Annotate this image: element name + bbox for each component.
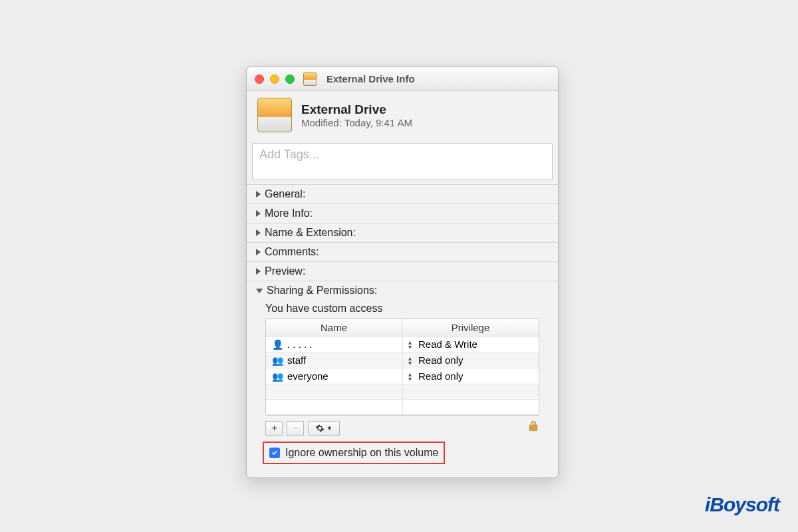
disclosure-right-icon (256, 268, 261, 275)
section-more-info[interactable]: More Info: (247, 203, 558, 223)
disclosure-right-icon (256, 249, 261, 255)
privilege-label: Read only (418, 370, 464, 382)
sharing-panel: You have custom access Name Privilege 👤.… (247, 300, 558, 477)
modified-label: Modified: Today, 9:41 AM (301, 117, 412, 128)
info-header: External Drive Modified: Today, 9:41 AM (247, 91, 558, 142)
section-label: More Info: (265, 207, 313, 219)
person-icon: 👤 (271, 339, 283, 350)
titlebar[interactable]: External Drive Info (247, 67, 558, 91)
section-label: Sharing & Permissions: (267, 285, 377, 297)
privilege-cell[interactable]: ▴▾Read & Write (402, 336, 539, 352)
ignore-ownership-checkbox[interactable] (269, 448, 280, 458)
section-label: Comments: (265, 246, 319, 258)
privilege-cell[interactable]: ▴▾Read only (402, 352, 539, 368)
section-comments[interactable]: Comments: (247, 242, 558, 261)
table-row[interactable]: 👥everyone▴▾Read only (266, 368, 539, 384)
disclosure-right-icon (256, 210, 261, 217)
people-icon: 👥 (271, 355, 283, 366)
window-title: External Drive Info (327, 73, 415, 84)
section-label: Preview: (265, 265, 305, 277)
table-row (266, 384, 539, 400)
stepper-icon: ▴▾ (408, 372, 412, 381)
chevron-down-icon: ▼ (327, 425, 332, 432)
tags-input[interactable]: Add Tags... (252, 143, 553, 180)
disclosure-down-icon (256, 289, 263, 293)
get-info-window: External Drive Info External Drive Modif… (246, 66, 559, 478)
section-preview[interactable]: Preview: (247, 261, 558, 281)
section-sharing-permissions[interactable]: Sharing & Permissions: (247, 281, 558, 300)
people-icon: 👥 (271, 371, 283, 382)
zoom-button[interactable] (285, 74, 295, 84)
privilege-cell[interactable]: ▴▾Read only (402, 368, 539, 384)
section-name-extension[interactable]: Name & Extension: (247, 223, 558, 242)
ignore-ownership-row[interactable]: Ignore ownership on this volume (263, 442, 445, 464)
user-name: staff (287, 354, 306, 366)
privilege-label: Read only (418, 354, 464, 366)
user-name: everyone (287, 370, 329, 382)
column-privilege: Privilege (402, 319, 539, 336)
section-label: Name & Extension: (265, 227, 356, 239)
stepper-icon: ▴▾ (408, 340, 412, 349)
privilege-label: Read & Write (418, 338, 477, 350)
drive-icon (303, 72, 317, 86)
action-menu-button[interactable]: ▼ (308, 421, 340, 436)
lock-icon[interactable] (527, 420, 539, 436)
close-button[interactable] (255, 74, 264, 84)
table-header: Name Privilege (266, 319, 539, 336)
section-label: General: (265, 188, 305, 200)
permissions-toolbar: ＋ － ▼ (256, 416, 549, 440)
table-row[interactable]: 👤. . . . .▴▾Read & Write (266, 336, 539, 352)
stepper-icon: ▴▾ (408, 356, 412, 365)
access-text: You have custom access (256, 303, 549, 315)
gear-icon (315, 424, 325, 433)
minimize-button[interactable] (270, 74, 279, 84)
table-row[interactable]: 👥staff▴▾Read only (266, 352, 539, 368)
item-name: External Drive (301, 102, 412, 117)
user-name: . . . . . (287, 338, 313, 350)
table-row (266, 400, 539, 415)
column-name: Name (266, 319, 402, 336)
disclosure-right-icon (256, 191, 261, 198)
watermark-logo: iBoysoft (705, 493, 779, 516)
remove-button[interactable]: － (287, 421, 304, 436)
permissions-table: Name Privilege 👤. . . . .▴▾Read & Write👥… (265, 319, 539, 416)
section-general[interactable]: General: (247, 184, 558, 203)
add-button[interactable]: ＋ (265, 421, 283, 436)
ignore-ownership-label: Ignore ownership on this volume (285, 447, 438, 459)
disclosure-right-icon (256, 229, 261, 236)
drive-icon (257, 98, 292, 132)
